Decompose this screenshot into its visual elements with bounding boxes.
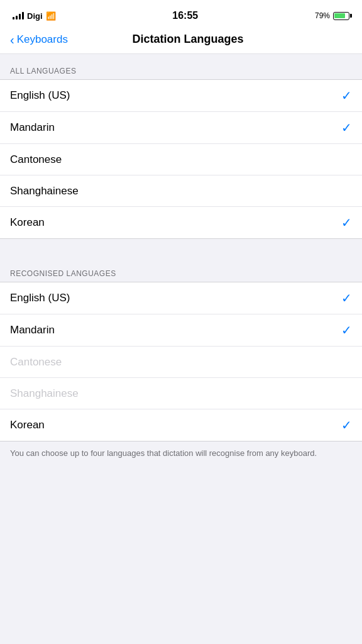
signal-bars-icon <box>13 12 24 19</box>
footer-note: You can choose up to four languages that… <box>0 441 362 472</box>
language-label: English (US) <box>10 292 70 304</box>
checkmark-icon: ✓ <box>341 323 352 338</box>
status-left: Digi 📶 <box>13 11 56 21</box>
list-item[interactable]: Mandarin ✓ <box>0 112 362 144</box>
page-title: Dictation Languages <box>68 33 308 46</box>
status-bar: Digi 📶 16:55 79% <box>0 0 362 28</box>
wifi-icon: 📶 <box>46 11 56 21</box>
language-label: Mandarin <box>10 121 55 134</box>
checkmark-icon: ✓ <box>341 120 352 135</box>
language-label: Shanghainese <box>10 185 79 197</box>
list-item[interactable]: Mandarin ✓ <box>0 314 362 347</box>
language-label: Shanghainese <box>10 387 79 400</box>
list-item[interactable]: English (US) ✓ <box>0 80 362 112</box>
checkmark-icon: ✓ <box>341 215 352 230</box>
language-label: Cantonese <box>10 153 62 166</box>
time-label: 16:55 <box>172 10 198 21</box>
checkmark-icon: ✓ <box>341 291 352 306</box>
recognised-languages-list: English (US) ✓ Mandarin ✓ Cantonese Shan… <box>0 282 362 441</box>
section-separator <box>0 239 362 257</box>
battery-percent-label: 79% <box>315 11 330 20</box>
chevron-left-icon: ‹ <box>10 33 14 46</box>
back-button[interactable]: ‹ Keyboards <box>10 33 68 46</box>
list-item[interactable]: English (US) ✓ <box>0 282 362 314</box>
checkmark-icon: ✓ <box>341 88 352 103</box>
checkmark-icon: ✓ <box>341 418 352 433</box>
list-item[interactable]: Korean ✓ <box>0 207 362 238</box>
all-languages-header: ALL LANGUAGES <box>0 54 362 79</box>
list-item[interactable]: Korean ✓ <box>0 409 362 441</box>
recognised-languages-header: RECOGNISED LANGUAGES <box>0 257 362 282</box>
language-label: Korean <box>10 419 45 431</box>
recognised-languages-section: RECOGNISED LANGUAGES English (US) ✓ Mand… <box>0 257 362 441</box>
language-label: Mandarin <box>10 324 55 336</box>
back-label: Keyboards <box>17 33 68 46</box>
all-languages-section: ALL LANGUAGES English (US) ✓ Mandarin ✓ … <box>0 54 362 239</box>
nav-bar: ‹ Keyboards Dictation Languages <box>0 28 362 54</box>
list-item[interactable]: Shanghainese <box>0 378 362 409</box>
language-label: English (US) <box>10 89 70 102</box>
all-languages-list: English (US) ✓ Mandarin ✓ Cantonese Shan… <box>0 79 362 239</box>
status-right: 79% <box>315 11 349 20</box>
carrier-label: Digi <box>27 11 43 21</box>
list-item[interactable]: Shanghainese <box>0 175 362 207</box>
language-label: Cantonese <box>10 356 62 369</box>
language-label: Korean <box>10 216 45 229</box>
list-item[interactable]: Cantonese <box>0 144 362 175</box>
battery-icon <box>333 12 349 20</box>
list-item[interactable]: Cantonese <box>0 347 362 378</box>
